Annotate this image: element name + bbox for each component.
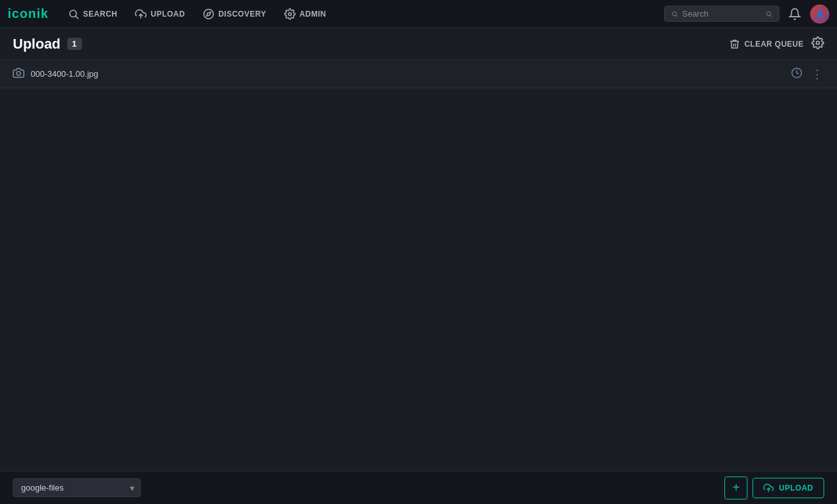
- bottom-bar: google-files ▾ + UPLOAD: [0, 471, 837, 504]
- svg-point-6: [673, 12, 676, 15]
- main-content-area: [0, 88, 837, 471]
- file-row-left: 000-3400-1.00.jpg: [13, 67, 99, 81]
- upload-title-group: Upload 1: [13, 36, 82, 52]
- upload-nav-icon: [135, 8, 147, 20]
- search-submit-icon: [765, 10, 772, 19]
- svg-point-8: [767, 12, 770, 15]
- svg-line-9: [770, 15, 772, 17]
- search-input[interactable]: [682, 9, 761, 19]
- nav-item-admin[interactable]: ADMIN: [278, 4, 333, 24]
- clear-queue-icon: [729, 38, 740, 50]
- svg-point-0: [70, 10, 77, 17]
- upload-btn-icon: [763, 483, 774, 493]
- file-status-icon: [791, 67, 802, 81]
- plus-icon: +: [732, 480, 740, 495]
- sub-header: Upload 1 CLEAR QUEUE: [0, 28, 837, 60]
- svg-point-3: [204, 9, 214, 19]
- storage-select[interactable]: google-files: [13, 478, 141, 497]
- avatar[interactable]: 👤: [810, 4, 829, 24]
- bell-icon: [788, 8, 801, 20]
- svg-point-11: [17, 72, 20, 75]
- logo-text: iconik: [8, 6, 49, 21]
- upload-count-badge: 1: [67, 38, 82, 50]
- notifications-button[interactable]: [785, 4, 805, 24]
- discovery-icon: [203, 8, 214, 20]
- file-row: 000-3400-1.00.jpg ⋮: [0, 60, 837, 88]
- search-bar-icon: [671, 10, 678, 19]
- nav-item-upload[interactable]: UPLOAD: [129, 4, 191, 24]
- navbar: iconik SEARCH UPLOAD DISCOVERY ADMIN: [0, 0, 837, 28]
- logo[interactable]: iconik: [8, 6, 49, 21]
- file-name: 000-3400-1.00.jpg: [31, 69, 99, 79]
- svg-point-10: [817, 42, 820, 45]
- file-row-right: ⋮: [791, 67, 824, 81]
- file-more-options-button[interactable]: ⋮: [811, 67, 824, 81]
- file-camera-icon: [13, 67, 24, 81]
- svg-line-1: [76, 16, 78, 19]
- settings-gear-icon: [811, 36, 824, 49]
- admin-icon: [284, 8, 296, 20]
- nav-item-discovery[interactable]: DISCOVERY: [196, 4, 273, 24]
- upload-settings-button[interactable]: [811, 36, 824, 51]
- bottom-right-actions: + UPLOAD: [724, 476, 824, 500]
- upload-title: Upload: [13, 36, 61, 52]
- clear-queue-button[interactable]: CLEAR QUEUE: [729, 38, 804, 50]
- search-icon: [68, 8, 79, 20]
- svg-line-7: [676, 15, 678, 17]
- search-bar[interactable]: [664, 6, 779, 22]
- svg-marker-4: [207, 12, 211, 15]
- storage-select-wrapper: google-files ▾: [13, 478, 141, 497]
- sub-header-actions: CLEAR QUEUE: [729, 36, 824, 51]
- add-files-button[interactable]: +: [724, 476, 747, 500]
- upload-button[interactable]: UPLOAD: [753, 478, 824, 498]
- nav-item-search[interactable]: SEARCH: [61, 4, 124, 24]
- svg-point-5: [289, 12, 292, 15]
